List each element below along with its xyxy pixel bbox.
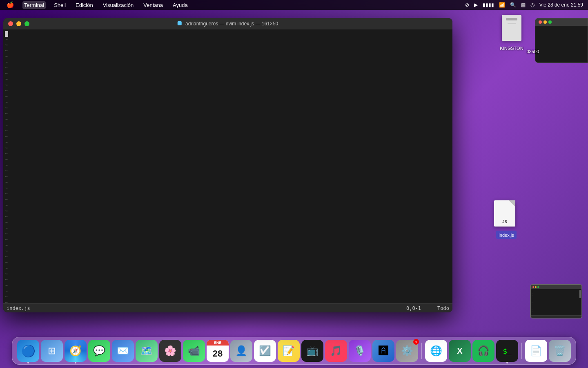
dock-notes[interactable]: 📝 <box>278 340 300 362</box>
indexjs-file-icon[interactable]: JS index.js <box>494 200 519 239</box>
dock-chrome[interactable]: 🌐 <box>425 340 447 362</box>
datetime: Vie 28 de ene 21:59 <box>539 2 583 8</box>
vim-tilde-line: ~ <box>3 226 452 231</box>
vim-tilde-line: ~ <box>3 60 452 65</box>
dock-excel[interactable]: X <box>449 340 471 362</box>
vim-tilde-line: ~ <box>3 300 452 303</box>
battery-icon: ▮▮▮▮ <box>483 2 494 8</box>
dock-facetime[interactable]: 📹 <box>183 340 205 362</box>
menubar-terminal[interactable]: Terminal <box>22 1 46 9</box>
terminal-dot <box>506 362 508 364</box>
vim-tilde-line: ~ <box>3 163 452 168</box>
dock-trash[interactable]: 🗑️ <box>549 340 571 362</box>
window-preview <box>535 18 588 63</box>
vim-tilde-line: ~ <box>3 174 452 180</box>
vim-cursor <box>5 31 8 37</box>
terminal-body[interactable]: ~~~~~~~~~~~~~~~~~~~~~~~~~~~~~~~~~~~~~~~~… <box>3 29 452 303</box>
vim-tilde-line: ~ <box>3 249 452 254</box>
dock: 🔵 ⊞ 🧭 💬 ✉️ 🗺️ 🌸 📹 ENE 28 👤 ☑️ 📝 <box>12 337 576 365</box>
vim-tilde-line: ~ <box>3 283 452 289</box>
vim-tilde-line: ~ <box>3 289 452 294</box>
dock-launchpad[interactable]: ⊞ <box>41 340 63 362</box>
vim-tilde-line: ~ <box>3 65 452 71</box>
close-button[interactable] <box>8 21 13 26</box>
vim-tilde-line: ~ <box>3 123 452 128</box>
menubar-ayuda[interactable]: Ayuda <box>171 1 189 9</box>
traffic-lights <box>8 21 29 26</box>
minimize-button[interactable] <box>16 21 21 26</box>
controlcenter-icon[interactable]: ▤ <box>521 2 526 8</box>
dock-finder[interactable]: 🔵 <box>17 340 39 362</box>
terminal-window: adriantrigueros — nvim index.js — 161×50… <box>3 18 452 312</box>
file-name-label: index.js <box>499 233 514 238</box>
siri-icon[interactable]: ◎ <box>530 2 535 8</box>
wifi-icon: 📶 <box>499 2 505 8</box>
menubar-shell[interactable]: Shell <box>52 1 67 9</box>
dock-photos[interactable]: 🌸 <box>159 340 181 362</box>
vim-tilde-line: ~ <box>3 88 452 94</box>
vim-tilde-line: ~ <box>3 71 452 77</box>
search-icon[interactable]: 🔍 <box>510 2 516 8</box>
dock-newdoc[interactable]: 📄 <box>525 340 547 362</box>
vim-tilde-line: ~ <box>3 294 452 300</box>
dock-separator-2 <box>521 343 522 359</box>
dock-separator <box>421 343 422 359</box>
vim-content: ~~~~~~~~~~~~~~~~~~~~~~~~~~~~~~~~~~~~~~~~… <box>3 31 452 302</box>
vim-tilde-line: ~ <box>3 220 452 226</box>
dock-sysprefs[interactable]: ⚙️ 1 <box>396 340 418 362</box>
terminal-titlebar: adriantrigueros — nvim index.js — 161×50 <box>3 18 452 29</box>
vim-tilde-line: ~ <box>3 272 452 277</box>
dock-maps[interactable]: 🗺️ <box>136 340 158 362</box>
vim-tilde-line: ~ <box>3 77 452 83</box>
partial-label: 03500 <box>526 49 539 54</box>
dock-music[interactable]: 🎵 <box>325 340 347 362</box>
tab-icon <box>178 21 182 25</box>
dock-reminders[interactable]: ☑️ <box>254 340 276 362</box>
vim-tilde-line: ~ <box>3 48 452 54</box>
terminal-statusbar: index.js 0,0-1 Todo <box>3 303 452 312</box>
finder-dot <box>27 362 29 364</box>
vim-tilde-line: ~ <box>3 231 452 237</box>
status-all: Todo <box>437 305 449 311</box>
dock-podcasts[interactable]: 🎙️ <box>349 340 371 362</box>
kingston-label: KINGSTON <box>500 46 523 51</box>
vim-tilde-line: ~ <box>3 128 452 134</box>
vim-tilde-line: ~ <box>3 43 452 48</box>
vim-tilde-line: ~ <box>3 260 452 266</box>
dock-calendar[interactable]: ENE 28 <box>207 340 229 362</box>
menubar-edicion[interactable]: Edición <box>74 1 95 9</box>
file-icon-image: JS <box>494 200 519 229</box>
vim-tilde-line: ~ <box>3 186 452 191</box>
dock-safari[interactable]: 🧭 <box>65 340 87 362</box>
vim-tilde-line: ~ <box>3 100 452 105</box>
apple-menu[interactable]: 🍎 <box>5 0 16 9</box>
menubar: 🍎 Terminal Shell Edición Visualización V… <box>0 0 588 10</box>
window-thumbnail[interactable]: ~~~~~~~~~~~ <box>530 284 582 319</box>
vim-tilde-line: ~ <box>3 168 452 174</box>
vim-tilde-line: ~ <box>3 111 452 117</box>
vim-tilde-line: ~ <box>3 180 452 186</box>
dock-terminal[interactable]: $_ <box>496 340 518 362</box>
dock-appstore[interactable]: 🅰 <box>372 340 394 362</box>
dock-spotify[interactable]: 🎧 <box>472 340 494 362</box>
dock-appletv[interactable]: 📺 <box>301 340 323 362</box>
vim-tilde-line: ~ <box>3 140 452 146</box>
kingston-drive-icon[interactable]: KINGSTON <box>499 15 525 51</box>
dock-contacts[interactable]: 👤 <box>230 340 252 362</box>
vim-tilde-line: ~ <box>3 151 452 157</box>
vim-tilde-line: ~ <box>3 83 452 88</box>
vim-tilde-line: ~ <box>3 203 452 209</box>
status-position: 0,0-1 <box>406 305 421 311</box>
vim-tilde-line: ~ <box>3 54 452 60</box>
maximize-button[interactable] <box>24 21 29 26</box>
dock-mail[interactable]: ✉️ <box>112 340 134 362</box>
vim-tilde-line: ~ <box>3 254 452 260</box>
vim-tilde-line: ~ <box>3 209 452 214</box>
kingston-drive-image <box>499 15 525 44</box>
menubar-ventana[interactable]: Ventana <box>142 1 165 9</box>
dock-messages[interactable]: 💬 <box>88 340 110 362</box>
play-icon: ▶ <box>474 2 478 8</box>
screen-record-icon: ⊘ <box>465 2 469 8</box>
safari-dot <box>75 362 76 364</box>
menubar-visualizacion[interactable]: Visualización <box>101 1 136 9</box>
